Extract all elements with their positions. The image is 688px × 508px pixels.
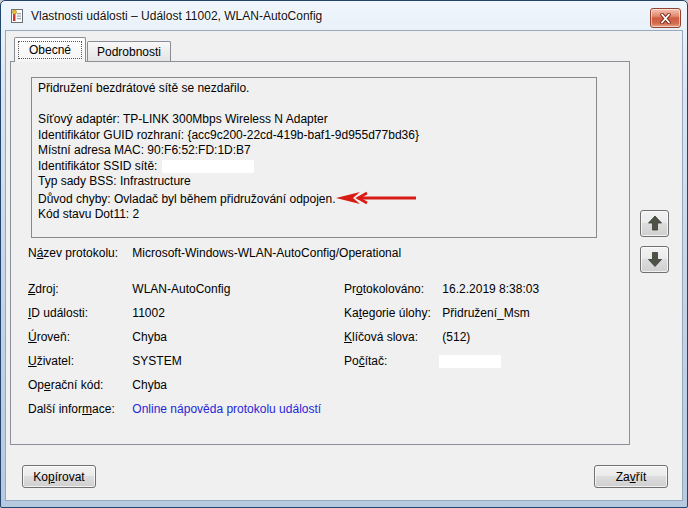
- field-label-event-id: ID události:: [28, 306, 129, 320]
- close-icon[interactable]: [650, 8, 681, 28]
- arrow-down-icon: [648, 252, 662, 267]
- event-properties-dialog: Vlastnosti události – Událost 11002, WLA…: [0, 0, 688, 508]
- copy-button[interactable]: Kopírovat: [22, 465, 96, 488]
- field-value-logged: 16.2.2019 8:38:03: [442, 282, 539, 296]
- description-line: Důvod chyby: Ovladač byl během přidružov…: [38, 190, 590, 208]
- field-row: Počítač:: [344, 354, 439, 368]
- field-row: Název protokolu: Microsoft-Windows-WLAN-…: [28, 246, 401, 260]
- field-row: Úroveň: Chyba: [28, 330, 167, 344]
- next-event-button[interactable]: [640, 246, 669, 273]
- description-line: Přidružení bezdrátové sítě se nezdařilo.: [38, 81, 590, 97]
- field-row: Kategorie úlohy: Přidružení_Msm: [344, 306, 530, 320]
- arrow-up-icon: [648, 216, 662, 231]
- field-value-level: Chyba: [132, 330, 167, 344]
- field-label-user: Uživatel:: [28, 354, 129, 368]
- field-label-source: Zdroj:: [28, 282, 129, 296]
- field-value-opcode: Chyba: [132, 378, 167, 392]
- field-label-keywords: Klíčová slova:: [344, 330, 439, 344]
- tab-general[interactable]: Obecné: [14, 37, 86, 62]
- field-row: ID události: 11002: [28, 306, 165, 320]
- description-line: [38, 97, 590, 113]
- field-row: Operační kód: Chyba: [28, 378, 167, 392]
- field-label-opcode: Operační kód:: [28, 378, 129, 392]
- previous-event-button[interactable]: [640, 210, 669, 237]
- description-line: Síťový adaptér: TP-LINK 300Mbps Wireless…: [38, 112, 590, 128]
- titlebar[interactable]: Vlastnosti události – Událost 11002, WLA…: [1, 1, 687, 30]
- copy-button-label: Kopírovat: [33, 470, 84, 484]
- error-reason-text: Důvod chyby: Ovladač byl během přidružov…: [38, 192, 336, 206]
- event-description-box[interactable]: Přidružení bezdrátové sítě se nezdařilo.…: [31, 77, 597, 238]
- field-value-task-category: Přidružení_Msm: [442, 306, 529, 320]
- field-label-task-category: Kategorie úlohy:: [344, 306, 439, 320]
- description-line: Kód stavu Dot11: 2: [38, 207, 590, 223]
- field-label-level: Úroveň:: [28, 330, 129, 344]
- event-log-icon: [9, 8, 25, 24]
- close-button-label: Zavřít: [616, 470, 647, 484]
- field-label-log-name: Název protokolu:: [28, 246, 129, 260]
- field-row: Další informace: Online nápověda protoko…: [28, 402, 321, 416]
- ssid-label: Identifikátor SSID sítě:: [38, 159, 157, 173]
- field-value-source: WLAN-AutoConfig: [132, 282, 230, 296]
- close-dialog-button[interactable]: Zavřít: [594, 465, 668, 488]
- field-row: Klíčová slova: (512): [344, 330, 470, 344]
- field-label-computer: Počítač:: [344, 354, 439, 368]
- redacted-computer-value: [439, 355, 501, 368]
- field-row: Protokolováno: 16.2.2019 8:38:03: [344, 282, 539, 296]
- description-line: Identifikátor GUID rozhraní: {acc9c200-2…: [38, 128, 590, 144]
- online-help-link[interactable]: Online nápověda protokolu událostí: [132, 402, 321, 416]
- field-row: Uživatel: SYSTEM: [28, 354, 182, 368]
- tab-panel-general: Přidružení bezdrátové sítě se nezdařilo.…: [10, 61, 630, 445]
- field-label-logged: Protokolováno:: [344, 282, 439, 296]
- tab-general-label: Obecné: [29, 43, 71, 57]
- field-label-more-info: Další informace:: [28, 402, 129, 416]
- field-row: Zdroj: WLAN-AutoConfig: [28, 282, 230, 296]
- annotation-red-arrow-icon: [334, 190, 418, 206]
- dialog-body: Obecné Podrobnosti Přidružení bezdrátové…: [5, 30, 683, 501]
- field-value-keywords: (512): [442, 330, 470, 344]
- tab-details[interactable]: Podrobnosti: [87, 41, 171, 61]
- field-value-event-id: 11002: [132, 306, 164, 320]
- field-value-user: SYSTEM: [132, 354, 181, 368]
- window-title: Vlastnosti události – Událost 11002, WLA…: [31, 9, 322, 23]
- field-value-log-name: Microsoft-Windows-WLAN-AutoConfig/Operat…: [132, 246, 401, 260]
- description-line: Identifikátor SSID sítě:: [38, 159, 590, 175]
- description-line: Místní adresa MAC: 90:F6:52:FD:1D:B7: [38, 143, 590, 159]
- redacted-ssid-value: [162, 160, 254, 173]
- description-line: Typ sady BSS: Infrastructure: [38, 174, 590, 190]
- tab-details-label: Podrobnosti: [97, 45, 161, 59]
